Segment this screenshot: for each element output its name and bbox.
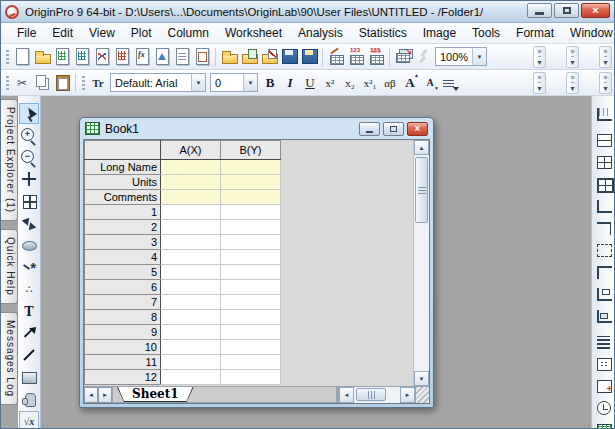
pan-tool-icon[interactable] — [19, 389, 39, 410]
layer-bottom-left-axes-icon[interactable] — [593, 195, 613, 216]
menu-item-column[interactable]: Column — [160, 23, 217, 43]
new-excel-icon[interactable] — [72, 46, 92, 67]
collapsed-toolbar-6[interactable]: »▼ — [599, 72, 612, 94]
scroll-up-button[interactable]: ▲ — [414, 140, 429, 155]
superscript-button[interactable]: x² — [320, 72, 340, 93]
row-number[interactable]: 8 — [85, 310, 161, 325]
cell[interactable] — [221, 325, 281, 340]
paste-icon[interactable] — [52, 72, 72, 93]
cell[interactable] — [161, 295, 221, 310]
line-tool-icon[interactable] — [19, 345, 39, 366]
sheet-prev-button[interactable]: ◄ — [84, 387, 98, 403]
arrow-tool-icon[interactable] — [19, 323, 39, 344]
open-excel-icon[interactable] — [239, 46, 259, 67]
menu-item-plot[interactable]: Plot — [123, 23, 160, 43]
chevron-down-icon[interactable]: ▼ — [191, 74, 205, 91]
cell[interactable] — [221, 160, 281, 175]
copy-icon[interactable] — [32, 72, 52, 93]
horizontal-scrollbar[interactable]: ◄ ► — [337, 387, 415, 403]
new-layout-icon[interactable] — [192, 46, 212, 67]
vertical-scroll-thumb[interactable] — [415, 157, 428, 223]
menu-item-tools[interactable]: Tools — [464, 23, 508, 43]
collapsed-toolbar-4[interactable]: »▼ — [533, 72, 546, 94]
cell[interactable] — [221, 190, 281, 205]
menu-item-edit[interactable]: Edit — [44, 23, 81, 43]
subscript-button[interactable]: x₂ — [340, 72, 360, 93]
cell[interactable] — [221, 280, 281, 295]
import-ascii-icon[interactable] — [346, 46, 366, 67]
dock-tab-quick-help[interactable]: Quick Help — [1, 229, 18, 304]
add-right-y-layer-icon[interactable] — [593, 151, 613, 172]
fit-layers-to-page-icon[interactable] — [593, 375, 613, 396]
row-number[interactable]: 9 — [85, 325, 161, 340]
new-graph-icon[interactable] — [92, 46, 112, 67]
cell[interactable] — [161, 265, 221, 280]
row-number[interactable]: 1 — [85, 205, 161, 220]
row-label[interactable]: Long Name — [85, 160, 161, 175]
book-restore-button[interactable] — [383, 122, 404, 136]
cell[interactable] — [161, 340, 221, 355]
cell[interactable] — [161, 235, 221, 250]
chevron-down-icon[interactable]: ▼ — [472, 48, 486, 65]
sheet-tab[interactable]: Sheet1 — [117, 387, 194, 402]
zoom-in-tool-icon[interactable] — [19, 125, 39, 146]
dock-tab-project-explorer-1[interactable]: Project Explorer (1) — [1, 99, 18, 221]
menu-item-file[interactable]: File — [9, 23, 44, 43]
cell[interactable] — [161, 355, 221, 370]
greek-button[interactable]: αβ — [380, 72, 400, 93]
open-icon[interactable] — [219, 46, 239, 67]
collapsed-toolbar-2[interactable]: »▼ — [566, 46, 579, 68]
book1-window[interactable]: Book1 × A(X)B(Y)Long NameUnitsComments12… — [79, 117, 434, 408]
cell[interactable] — [161, 325, 221, 340]
column-header[interactable]: A(X) — [161, 141, 221, 160]
cell[interactable] — [221, 265, 281, 280]
text-tool-icon[interactable] — [19, 301, 39, 322]
pointer-tool-icon[interactable] — [19, 103, 39, 124]
minimize-button[interactable] — [527, 3, 552, 18]
sheet-next-button[interactable]: ► — [98, 387, 112, 403]
cell[interactable] — [161, 160, 221, 175]
import-multiple-ascii-icon[interactable] — [366, 46, 386, 67]
cell[interactable] — [161, 280, 221, 295]
draw-data-tool-icon[interactable] — [19, 279, 39, 300]
merge-graphs-icon[interactable] — [593, 331, 613, 352]
sup-sub-button[interactable]: x²₁ — [360, 72, 380, 93]
text-align-icon[interactable] — [440, 72, 460, 93]
book-close-button[interactable]: × — [407, 122, 428, 136]
column-header[interactable]: B(Y) — [221, 141, 281, 160]
new-function-icon[interactable] — [132, 46, 152, 67]
cell[interactable] — [221, 340, 281, 355]
maximize-button[interactable] — [554, 3, 579, 18]
cell[interactable] — [161, 220, 221, 235]
rescale-tool-icon[interactable] — [19, 191, 39, 212]
row-number[interactable]: 3 — [85, 235, 161, 250]
cell[interactable] — [161, 205, 221, 220]
mask-region-tool-icon[interactable] — [19, 235, 39, 256]
row-number[interactable]: 7 — [85, 295, 161, 310]
new-table-icon[interactable] — [593, 419, 613, 428]
cell[interactable] — [221, 310, 281, 325]
scroll-right-button[interactable]: ► — [400, 387, 415, 403]
cell[interactable] — [221, 370, 281, 385]
new-notes-icon[interactable] — [172, 46, 192, 67]
add-inset-layer-icon[interactable] — [593, 283, 613, 304]
toolbar-grip[interactable] — [82, 76, 85, 90]
cell[interactable] — [161, 190, 221, 205]
cell[interactable] — [161, 370, 221, 385]
collapsed-toolbar-3[interactable]: »▼ — [599, 46, 612, 68]
close-button[interactable]: × — [581, 3, 610, 18]
new-3d-surface-icon[interactable] — [152, 46, 172, 67]
cell[interactable] — [221, 355, 281, 370]
row-number[interactable]: 6 — [85, 280, 161, 295]
cell[interactable] — [221, 175, 281, 190]
menu-item-image[interactable]: Image — [415, 23, 464, 43]
add-inset-data-layer-icon[interactable] — [593, 305, 613, 326]
book-titlebar[interactable]: Book1 × — [83, 118, 430, 139]
menu-item-window[interactable]: Window — [562, 23, 615, 43]
collapsed-toolbar-5[interactable]: »▼ — [566, 72, 579, 94]
save-icon[interactable] — [279, 46, 299, 67]
layer-no-axes-icon[interactable] — [593, 239, 613, 260]
book-minimize-button[interactable] — [359, 122, 380, 136]
corner-cell[interactable] — [85, 141, 161, 160]
cut-icon[interactable] — [12, 72, 32, 93]
